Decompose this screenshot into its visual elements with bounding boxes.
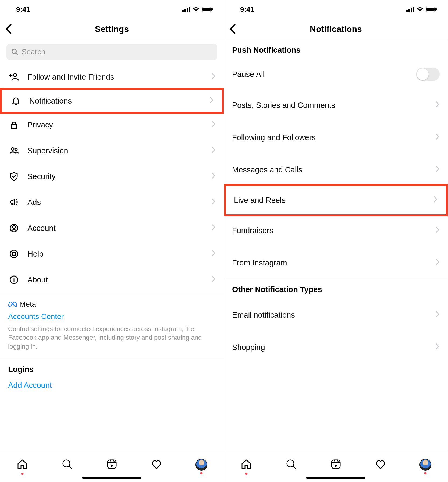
svg-point-21 xyxy=(12,252,16,256)
chevron-right-icon xyxy=(211,275,216,284)
svg-line-15 xyxy=(16,199,17,200)
chevron-right-icon xyxy=(211,172,216,181)
push-row[interactable]: From Instagram xyxy=(224,247,448,279)
search-placeholder: Search xyxy=(22,48,45,56)
add-account-link[interactable]: Add Account xyxy=(0,377,224,397)
heart-icon xyxy=(151,458,162,470)
setting-row-shield[interactable]: Security xyxy=(0,164,224,189)
svg-rect-37 xyxy=(411,8,412,12)
wifi-icon xyxy=(417,7,424,12)
wifi-icon xyxy=(193,7,200,12)
search-icon xyxy=(285,458,297,470)
tab-activity[interactable] xyxy=(375,458,386,471)
notification-dot xyxy=(200,472,202,474)
status-bar: 9:41 xyxy=(224,0,448,19)
setting-row-user-circle[interactable]: Account xyxy=(0,215,224,241)
setting-row-lifebuoy[interactable]: Help xyxy=(0,241,224,267)
tab-profile[interactable] xyxy=(419,459,431,471)
row-label: Privacy xyxy=(27,120,211,129)
svg-rect-44 xyxy=(332,460,340,469)
chevron-right-icon xyxy=(211,73,216,81)
svg-rect-1 xyxy=(184,9,186,12)
back-button[interactable] xyxy=(229,24,236,35)
chevron-right-icon xyxy=(435,343,440,352)
svg-point-9 xyxy=(13,73,17,77)
row-label: Following and Followers xyxy=(232,133,435,142)
other-row[interactable]: Shopping xyxy=(224,331,448,363)
svg-line-23 xyxy=(15,251,17,253)
tab-reels[interactable] xyxy=(330,458,342,471)
pause-all-label: Pause All xyxy=(232,70,416,79)
tab-home[interactable] xyxy=(240,458,252,471)
push-row[interactable]: Posts, Stories and Comments xyxy=(224,89,448,121)
logins-heading: Logins xyxy=(0,358,224,377)
svg-rect-41 xyxy=(436,8,437,10)
tab-search[interactable] xyxy=(285,458,297,471)
home-icon xyxy=(240,458,252,470)
pause-all-toggle[interactable] xyxy=(416,68,440,81)
status-bar: 9:41 xyxy=(0,0,224,19)
setting-row-people[interactable]: Supervision xyxy=(0,138,224,164)
other-row[interactable]: Email notifications xyxy=(224,299,448,331)
back-button[interactable] xyxy=(5,24,12,35)
chevron-right-icon xyxy=(435,101,440,110)
chevron-right-icon xyxy=(211,224,216,233)
chevron-right-icon xyxy=(209,97,214,105)
svg-rect-40 xyxy=(426,8,435,11)
push-row[interactable]: Following and Followers xyxy=(224,121,448,154)
tab-activity[interactable] xyxy=(151,458,162,471)
setting-row-info[interactable]: About xyxy=(0,267,224,293)
row-label: Account xyxy=(27,224,211,233)
push-row[interactable]: Fundraisers xyxy=(224,214,448,247)
svg-line-8 xyxy=(16,53,18,55)
home-indicator xyxy=(82,477,141,479)
row-label: Notifications xyxy=(29,97,209,105)
battery-icon xyxy=(202,7,213,12)
svg-line-30 xyxy=(69,466,72,469)
page-title: Notifications xyxy=(224,24,448,34)
setting-row-lock[interactable]: Privacy xyxy=(0,112,224,138)
battery-icon xyxy=(426,7,437,12)
notification-dot xyxy=(21,473,24,475)
tab-bar xyxy=(224,450,448,482)
tab-search[interactable] xyxy=(61,458,73,471)
chevron-right-icon xyxy=(435,165,440,174)
tab-home[interactable] xyxy=(16,458,28,471)
push-row[interactable]: Live and Reels xyxy=(224,184,448,216)
tab-profile[interactable] xyxy=(195,459,207,471)
chevron-left-icon xyxy=(229,24,236,34)
setting-row-person-add[interactable]: Follow and Invite Friends xyxy=(0,64,224,90)
status-icons xyxy=(182,7,213,12)
accounts-center-link[interactable]: Accounts Center xyxy=(8,312,216,321)
search-input[interactable]: Search xyxy=(6,44,217,60)
status-time: 9:41 xyxy=(16,5,30,14)
setting-row-megaphone[interactable]: Ads xyxy=(0,189,224,215)
svg-rect-12 xyxy=(11,124,17,129)
tab-reels[interactable] xyxy=(106,458,118,471)
row-label: Supervision xyxy=(27,146,211,155)
row-label: Follow and Invite Friends xyxy=(27,73,211,81)
meta-logo: Meta xyxy=(8,300,216,309)
notifications-screen: 9:41 Notifications Push Notifications Pa… xyxy=(224,0,448,482)
cellular-icon xyxy=(182,7,190,12)
row-label: Ads xyxy=(27,198,211,207)
svg-rect-3 xyxy=(189,7,190,12)
row-label: Fundraisers xyxy=(232,226,435,235)
row-label: Security xyxy=(27,172,211,181)
other-section-heading: Other Notification Types xyxy=(224,279,448,299)
row-label: Help xyxy=(27,250,211,258)
meta-block: Meta Accounts Center Control settings fo… xyxy=(0,293,224,358)
chevron-right-icon xyxy=(211,120,216,129)
setting-row-bell[interactable]: Notifications xyxy=(0,88,224,114)
page-title: Settings xyxy=(0,24,224,34)
svg-line-43 xyxy=(293,466,296,469)
home-icon xyxy=(16,458,28,470)
chevron-right-icon xyxy=(433,196,438,205)
avatar-icon xyxy=(419,459,431,471)
push-row[interactable]: Messages and Calls xyxy=(224,154,448,186)
bell-icon xyxy=(10,96,22,106)
chevron-right-icon xyxy=(211,198,216,207)
svg-line-25 xyxy=(15,255,17,257)
home-indicator xyxy=(306,477,365,479)
pause-all-row[interactable]: Pause All xyxy=(224,59,448,89)
